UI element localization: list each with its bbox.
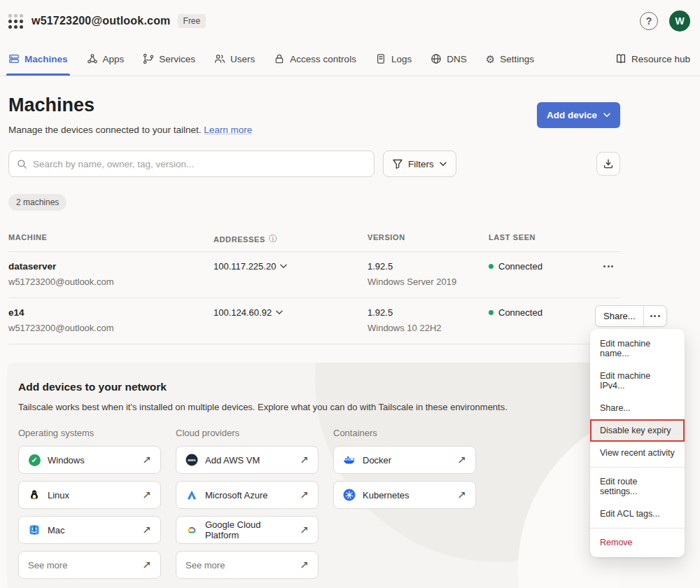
tab-settings[interactable]: ⚙ Settings (486, 42, 534, 76)
table-header-row: MACHINE ADDRESSES ⓘ VERSION LAST SEEN (8, 233, 620, 252)
machine-count-badge: 2 machines (8, 194, 66, 211)
ne-arrow-icon: ↗ (300, 454, 309, 466)
svg-text:aws: aws (188, 458, 196, 462)
share-button[interactable]: Share... (596, 306, 644, 326)
ne-arrow-icon: ↗ (300, 489, 309, 501)
tailscale-admin-console: w51723200@outlook.com Free ? W Machines … (0, 0, 700, 588)
machine-name[interactable]: dataserver (8, 261, 214, 272)
card-gcp[interactable]: Google Cloud Platform ↗ (176, 516, 318, 544)
globe-icon (430, 53, 442, 64)
logs-icon (375, 53, 386, 64)
ne-arrow-icon: ↗ (142, 454, 151, 466)
machine-name[interactable]: e14 (8, 307, 214, 318)
tab-access-controls[interactable]: Access controls (274, 42, 356, 76)
menu-divider (590, 528, 685, 528)
status-badge: Connected (489, 307, 595, 318)
card-mac[interactable]: Mac ↗ (18, 516, 161, 544)
kubernetes-icon (343, 489, 356, 501)
card-linux[interactable]: Linux ↗ (18, 481, 161, 509)
account-email[interactable]: w51723200@outlook.com (31, 15, 171, 27)
ne-arrow-icon: ↗ (142, 524, 151, 536)
menu-view-recent-activity[interactable]: View recent activity (590, 442, 685, 464)
row-menu-button[interactable] (644, 306, 666, 326)
lock-icon (274, 53, 285, 64)
machine-owner: w51723200@outlook.com (8, 276, 214, 287)
tab-logs[interactable]: Logs (375, 42, 412, 76)
chevron-down-icon (276, 310, 283, 315)
page-subtitle: Manage the devices connected to your tai… (8, 125, 252, 135)
search-input[interactable] (33, 159, 366, 169)
card-aws[interactable]: aws Add AWS VM ↗ (176, 446, 318, 474)
help-icon[interactable]: ? (640, 12, 658, 30)
panel-subtitle: Tailscale works best when it's installed… (18, 402, 609, 412)
table-row: dataserver w51723200@outlook.com 100.117… (8, 252, 620, 298)
tailscale-logo-icon[interactable] (8, 14, 23, 29)
connected-dot-icon (489, 264, 493, 269)
ne-arrow-icon: ↗ (142, 489, 151, 501)
resource-hub-link[interactable]: Resource hub (615, 42, 690, 76)
book-icon (615, 53, 626, 64)
card-azure[interactable]: Microsoft Azure ↗ (176, 481, 318, 509)
add-device-button[interactable]: Add device (537, 102, 620, 128)
search-box[interactable] (8, 150, 374, 177)
ne-arrow-icon: ↗ (300, 559, 309, 571)
learn-more-link[interactable]: Learn more (204, 125, 252, 135)
machines-table: MACHINE ADDRESSES ⓘ VERSION LAST SEEN da… (8, 233, 620, 344)
avatar[interactable]: W (669, 10, 690, 31)
machine-address[interactable]: 100.117.225.20 (214, 261, 368, 272)
chevron-down-icon (603, 113, 610, 118)
chevron-down-icon (440, 162, 447, 167)
card-see-more[interactable]: See more ↗ (176, 551, 318, 579)
gcp-icon (186, 524, 198, 536)
machine-os: Windows Server 2019 (368, 276, 489, 287)
azure-icon (186, 489, 198, 501)
download-icon (603, 158, 614, 169)
info-icon[interactable]: ⓘ (269, 233, 278, 245)
column-label: Cloud providers (176, 428, 318, 438)
menu-share[interactable]: Share... (590, 397, 685, 419)
menu-disable-key-expiry[interactable]: Disable key expiry (590, 419, 685, 442)
card-kubernetes[interactable]: Kubernetes ↗ (333, 481, 476, 509)
menu-edit-route-settings[interactable]: Edit route settings... (590, 470, 685, 503)
machine-address[interactable]: 100.124.60.92 (214, 307, 368, 318)
aws-icon: aws (186, 454, 198, 466)
ne-arrow-icon: ↗ (300, 524, 309, 536)
ne-arrow-icon: ↗ (457, 454, 466, 466)
top-header: w51723200@outlook.com Free ? W (0, 0, 700, 42)
table-row: e14 w51723200@outlook.com 100.124.60.92 … (8, 298, 620, 344)
menu-remove[interactable]: Remove (590, 531, 685, 554)
filter-funnel-icon (393, 159, 402, 169)
gear-icon: ⚙ (486, 54, 495, 64)
col-machine: MACHINE (8, 233, 214, 241)
panel-title: Add devices to your network (18, 381, 609, 393)
row-menu-button[interactable] (601, 261, 616, 272)
machine-version: 1.92.5 (368, 261, 489, 272)
page-title: Machines (8, 94, 252, 116)
column-label: Operating systems (18, 428, 161, 438)
menu-edit-acl-tags[interactable]: Edit ACL tags... (590, 503, 685, 525)
users-icon (214, 53, 225, 64)
main-nav: Machines Apps Services Users Access cont… (0, 42, 700, 76)
col-version: VERSION (368, 233, 489, 241)
card-windows[interactable]: ✓ Windows ↗ (18, 446, 161, 474)
add-devices-panel: Add devices to your network Tailscale wo… (7, 363, 620, 588)
tab-apps[interactable]: Apps (87, 42, 125, 76)
windows-icon: ✓ (28, 454, 41, 466)
apps-icon (87, 53, 98, 64)
menu-edit-machine-name[interactable]: Edit machine name... (590, 332, 685, 365)
tab-dns[interactable]: DNS (430, 42, 467, 76)
docker-icon (343, 454, 356, 466)
machines-icon (8, 53, 20, 64)
services-icon (143, 53, 154, 64)
card-see-more[interactable]: See more ↗ (18, 551, 161, 579)
menu-edit-machine-ipv4[interactable]: Edit machine IPv4... (590, 365, 685, 397)
card-docker[interactable]: Docker ↗ (333, 446, 476, 474)
tab-users[interactable]: Users (214, 42, 255, 76)
machine-owner: w51723200@outlook.com (8, 323, 214, 333)
column-label: Containers (333, 428, 476, 438)
download-button[interactable] (596, 152, 620, 176)
tab-machines[interactable]: Machines (8, 42, 68, 76)
chevron-down-icon (280, 264, 287, 269)
tab-services[interactable]: Services (143, 42, 195, 76)
filters-button[interactable]: Filters (383, 150, 456, 177)
